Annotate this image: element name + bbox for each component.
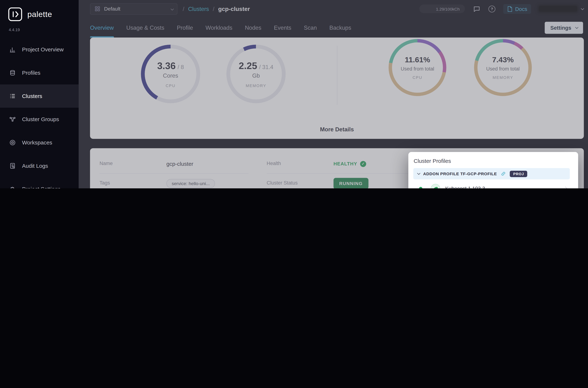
brand-name: palette <box>27 10 52 19</box>
sidebar-item-audit-logs[interactable]: Audit Logs <box>0 154 79 178</box>
sidebar-item-workspaces[interactable]: Workspaces <box>0 131 79 154</box>
brand-row: palette <box>0 0 79 23</box>
sidebar-item-label: Project Overview <box>22 47 64 52</box>
sidebar-item-profiles[interactable]: Profiles <box>0 61 79 85</box>
gear-icon: ⚙ <box>9 186 16 188</box>
proj-scope-badge: PROJ <box>510 170 528 177</box>
sidebar-item-label: Workspaces <box>22 140 52 146</box>
chevron-right-icon <box>564 187 567 188</box>
sidebar-item-label: Cluster Groups <box>22 116 59 122</box>
link-icon <box>501 171 506 176</box>
network-nodes-icon <box>9 116 16 123</box>
palette-logo-icon <box>8 7 23 21</box>
sidebar-item-label: Project Settings <box>22 186 61 188</box>
sidebar-item-label: Audit Logs <box>22 163 48 169</box>
sidebar-item-clusters[interactable]: Clusters <box>0 84 79 108</box>
sidebar-item-label: Profiles <box>22 70 40 76</box>
sidebar: palette 4.4.19 Project Overview Profiles… <box>0 0 79 188</box>
layers-icon <box>9 69 16 76</box>
profile-layer-kubecost[interactable]: Kubecost 1.103.3 <box>413 179 570 188</box>
addon-profile-name: ADDON PROFILE TF-GCP-PROFILE <box>423 171 497 176</box>
sidebar-item-label: Clusters <box>22 93 42 99</box>
cluster-profiles-title: Cluster Profiles <box>414 158 570 164</box>
sidebar-item-project-overview[interactable]: Project Overview <box>0 38 79 61</box>
kubecost-icon <box>431 184 440 188</box>
cluster-profiles-panel: Cluster Profiles ADDON PROFILE TF-GCP-PR… <box>408 152 578 188</box>
sidebar-item-project-settings[interactable]: ⚙ Project Settings <box>0 177 79 188</box>
audit-document-icon <box>9 162 16 170</box>
target-icon <box>9 139 16 146</box>
app-root: palette 4.4.19 Project Overview Profiles… <box>0 0 588 188</box>
status-dot-green <box>419 187 423 188</box>
sidebar-item-cluster-groups[interactable]: Cluster Groups <box>0 108 79 131</box>
chevron-down-icon <box>417 171 420 175</box>
app-version: 4.4.19 <box>0 23 79 38</box>
bar-chart-icon <box>9 46 16 53</box>
cluster-list-icon <box>9 93 16 100</box>
addon-profile-header[interactable]: ADDON PROFILE TF-GCP-PROFILE PROJ <box>413 168 570 179</box>
